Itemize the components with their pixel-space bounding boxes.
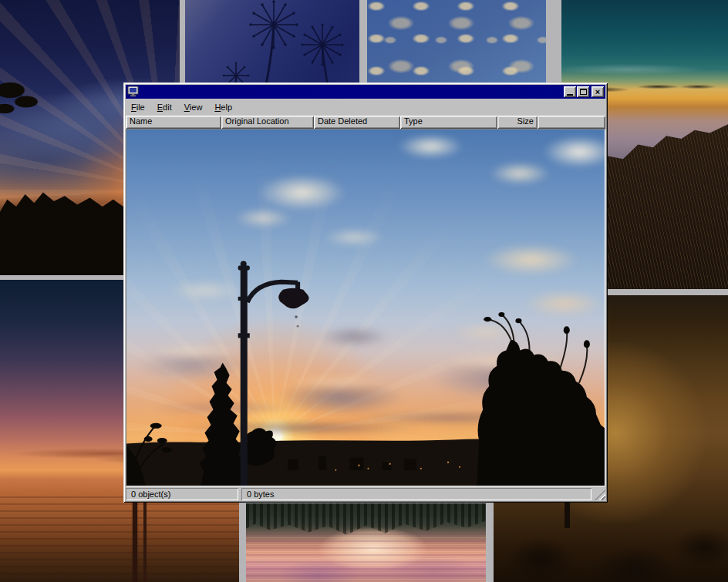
- close-button[interactable]: ×: [592, 86, 604, 97]
- window-icon: [127, 86, 140, 97]
- column-header-date-deleted[interactable]: Date Deleted: [314, 116, 400, 129]
- lamp-head: [278, 288, 308, 309]
- column-header-filler: [538, 116, 605, 129]
- status-bar: 0 object(s) 0 bytes: [126, 486, 605, 500]
- status-objects: 0 object(s): [126, 488, 238, 500]
- menu-help[interactable]: Help: [214, 103, 232, 112]
- column-header-original-location[interactable]: Original Location: [221, 116, 314, 129]
- menu-view[interactable]: View: [184, 103, 203, 112]
- column-header-name[interactable]: Name: [126, 116, 221, 129]
- column-header-row: Name Original Location Date Deleted Type…: [126, 116, 605, 129]
- close-icon: ×: [595, 88, 600, 96]
- column-header-size[interactable]: Size: [497, 116, 538, 129]
- lake-pole: [133, 499, 137, 582]
- silhouette-layer: [126, 130, 605, 486]
- cypress-tree: [199, 363, 244, 486]
- lake-pole: [143, 502, 147, 582]
- right-tree-mass: [477, 312, 605, 486]
- minimize-button[interactable]: [564, 86, 576, 97]
- recycle-bin-window: × File Edit View Help Name Original Loca…: [123, 82, 608, 503]
- bg-photo-water-reflection: [246, 503, 486, 582]
- menu-bar: File Edit View Help: [126, 99, 605, 116]
- menu-file[interactable]: File: [131, 103, 145, 112]
- maximize-icon: [580, 89, 587, 95]
- column-header-type[interactable]: Type: [400, 116, 497, 129]
- status-bytes: 0 bytes: [241, 488, 592, 500]
- sunset-lamp-photo: [126, 130, 605, 486]
- menu-edit[interactable]: Edit: [157, 103, 172, 112]
- minimize-icon: [567, 94, 573, 96]
- title-bar[interactable]: ×: [126, 85, 605, 99]
- file-list-area: [126, 129, 605, 486]
- resize-grip[interactable]: [595, 489, 605, 500]
- desktop-collage: { "window": { "title": "", "menu": { "it…: [0, 0, 728, 582]
- maximize-button[interactable]: [577, 86, 589, 97]
